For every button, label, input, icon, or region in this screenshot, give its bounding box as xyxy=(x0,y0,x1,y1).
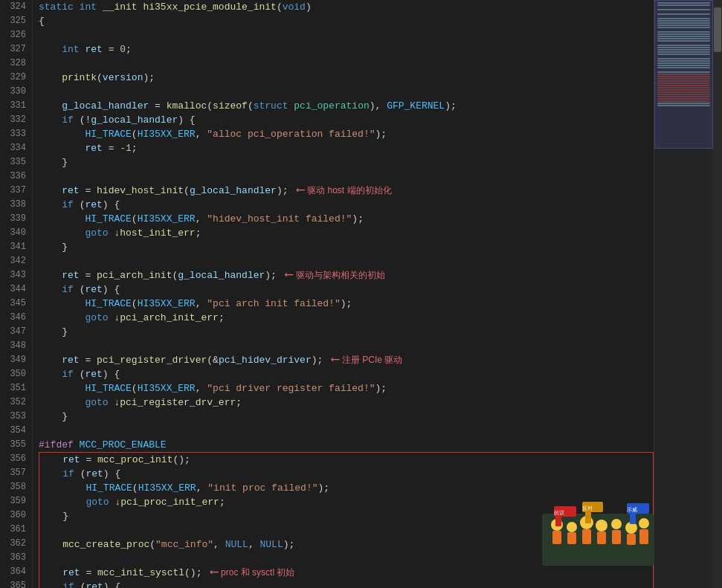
annotation: ⟵proc 和 sysctl 初始 xyxy=(210,566,294,580)
code-line: goto ↓pci_register_drv_err; xyxy=(39,395,654,410)
line-text: printk(version); xyxy=(39,71,155,85)
code-line xyxy=(39,254,654,268)
annotation: ⟵驱动与架构相关的初始 xyxy=(286,268,385,282)
scrollbar-thumb[interactable] xyxy=(714,7,721,52)
line-text: HI_TRACE(HI35XX_ERR, "init proc failed!"… xyxy=(39,481,329,495)
code-line: } xyxy=(39,410,654,424)
code-line: HI_TRACE(HI35XX_ERR, "alloc pci_operatio… xyxy=(39,127,654,141)
annotation: ⟵驱动 host 端的初始化 xyxy=(297,184,392,198)
minimap[interactable] xyxy=(654,0,713,588)
code-line: if (!g_local_handler) { xyxy=(39,113,654,127)
line-text: g_local_handler = kmalloc(sizeof(struct … xyxy=(39,99,457,113)
code-line xyxy=(39,169,654,184)
line-text: } xyxy=(39,240,68,254)
code-line: goto ↓host_init_err; xyxy=(39,226,654,240)
code-line: ret = pci_register_driver(&pci_hidev_dri… xyxy=(39,353,654,367)
code-line: goto ↓pci_arch_init_err; xyxy=(39,311,654,325)
code-line: printk(version); xyxy=(39,71,654,85)
ifdef-block: ret = mcc_proc_init(); if (ret) { HI_TRA… xyxy=(39,452,654,588)
code-area: 3243253263273283293303313323333343353363… xyxy=(0,0,654,588)
line-text xyxy=(39,424,45,438)
code-line: static int __init hi35xx_pcie_module_ini… xyxy=(39,0,654,14)
code-line: ret = pci_arch_init(g_local_handler);⟵驱动… xyxy=(39,268,654,282)
line-text: goto ↓pci_arch_init_err; xyxy=(39,311,225,325)
line-text: HI_TRACE(HI35XX_ERR, "pci driver registe… xyxy=(39,381,387,395)
line-text: if (ret) { xyxy=(39,367,120,381)
line-text: } xyxy=(39,509,68,523)
scrollbar[interactable] xyxy=(713,0,722,588)
code-line xyxy=(39,339,654,353)
code-line xyxy=(39,523,653,537)
code-line: } xyxy=(39,155,654,169)
line-text: HI_TRACE(HI35XX_ERR, "pci arch init fail… xyxy=(39,297,352,311)
line-text xyxy=(39,523,45,537)
line-text: if (ret) { xyxy=(39,282,120,297)
code-line: if (ret) { xyxy=(39,282,654,297)
line-text: if (ret) { xyxy=(39,198,120,212)
code-line: { xyxy=(39,14,654,28)
line-text: goto ↓pci_register_drv_err; xyxy=(39,395,242,410)
code-line: int ret = 0; xyxy=(39,42,654,56)
code-line: } xyxy=(39,325,654,339)
code-line: if (ret) { xyxy=(39,198,654,212)
code-line: if (ret) { xyxy=(39,367,654,381)
line-text: { xyxy=(39,14,45,28)
code-line: goto ↓pci_proc_init_err; xyxy=(39,495,653,509)
code-line xyxy=(39,28,654,42)
code-content[interactable]: static int __init hi35xx_pcie_module_ini… xyxy=(33,0,654,588)
code-line: ret = mcc_init_sysctl();⟵proc 和 sysctl 初… xyxy=(39,566,653,580)
line-text xyxy=(39,339,45,353)
code-line: HI_TRACE(HI35XX_ERR, "init proc failed!"… xyxy=(39,481,653,495)
line-text xyxy=(39,85,45,99)
line-text xyxy=(39,56,45,71)
code-line: ret = hidev_host_init(g_local_handler);⟵… xyxy=(39,184,654,198)
line-text: ret = mcc_proc_init(); xyxy=(39,453,190,467)
line-text: #ifdef MCC_PROC_ENABLE xyxy=(39,438,167,452)
code-line: HI_TRACE(HI35XX_ERR, "pci arch init fail… xyxy=(39,297,654,311)
code-line: ret = -1; xyxy=(39,141,654,155)
line-text xyxy=(39,28,45,42)
line-text xyxy=(39,254,45,268)
line-text: HI_TRACE(HI35XX_ERR, "alloc pci_operatio… xyxy=(39,127,387,141)
line-text: HI_TRACE(HI35XX_ERR, "hidev_host_init fa… xyxy=(39,212,364,226)
line-text xyxy=(39,552,45,566)
code-line: HI_TRACE(HI35XX_ERR, "hidev_host_init fa… xyxy=(39,212,654,226)
code-line: if (ret) { xyxy=(39,467,653,481)
code-line: if (ret) { xyxy=(39,580,653,588)
line-text: mcc_create_proc("mcc_info", NULL, NULL); xyxy=(39,537,294,552)
code-line: } xyxy=(39,240,654,254)
line-text: ret = pci_arch_init(g_local_handler); xyxy=(39,268,277,282)
code-line: } xyxy=(39,509,653,523)
line-text: } xyxy=(39,155,68,169)
line-text: if (!g_local_handler) { xyxy=(39,113,196,127)
code-line xyxy=(39,424,654,438)
line-text: goto ↓pci_proc_init_err; xyxy=(39,495,225,509)
line-text: if (ret) { xyxy=(39,467,120,481)
annotation: ⟵注册 PCIe 驱动 xyxy=(332,353,402,367)
code-line: mcc_create_proc("mcc_info", NULL, NULL); xyxy=(39,537,653,552)
line-text: ret = hidev_host_init(g_local_handler); xyxy=(39,184,289,198)
line-text: ret = -1; xyxy=(39,141,138,155)
line-text: if (ret) { xyxy=(39,580,120,588)
code-line xyxy=(39,56,654,71)
code-line: g_local_handler = kmalloc(sizeof(struct … xyxy=(39,99,654,113)
code-line: HI_TRACE(HI35XX_ERR, "pci driver registe… xyxy=(39,381,654,395)
line-text: static int __init hi35xx_pcie_module_ini… xyxy=(39,0,312,14)
line-text: } xyxy=(39,410,68,424)
line-numbers: 3243253263273283293303313323333343353363… xyxy=(0,0,33,588)
line-text: ret = mcc_init_sysctl(); xyxy=(39,566,202,580)
code-line: #ifdef MCC_PROC_ENABLE xyxy=(39,438,654,452)
line-text: } xyxy=(39,325,68,339)
line-text: ret = pci_register_driver(&pci_hidev_dri… xyxy=(39,353,323,367)
code-line: ret = mcc_proc_init(); xyxy=(39,453,653,467)
line-text: int ret = 0; xyxy=(39,42,132,56)
code-line xyxy=(39,85,654,99)
line-text xyxy=(39,169,45,184)
line-text: goto ↓host_init_err; xyxy=(39,226,201,240)
code-line xyxy=(39,552,653,566)
editor: 3243253263273283293303313323333343353363… xyxy=(0,0,722,588)
